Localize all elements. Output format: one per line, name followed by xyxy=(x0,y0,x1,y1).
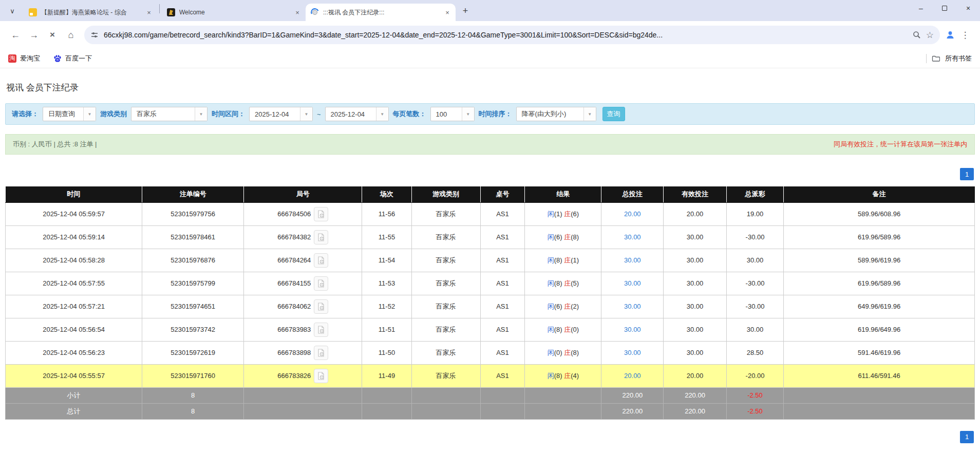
bookmark-baidu[interactable]: du 百度一下 xyxy=(53,54,92,63)
tab-bet-record[interactable]: :::视讯 会员下注纪录::: × xyxy=(306,4,456,21)
table-row: 2025-12-04 05:57:55523015975799666784155… xyxy=(6,272,975,295)
column-header-9: 总派彩 xyxy=(726,186,783,202)
page-number-button-top[interactable]: 1 xyxy=(960,168,974,180)
window-controls: – × xyxy=(909,0,980,16)
result-rb: 庄 xyxy=(564,210,571,218)
forward-button[interactable]: → xyxy=(26,27,42,43)
totals-count: 8 xyxy=(142,387,244,403)
cell-session: 11-53 xyxy=(362,272,411,295)
currency-summary: 币别 : 人民币 | 总共 :8 注单 | xyxy=(13,140,97,149)
address-bar[interactable]: 66cxkj98.com/game/betrecord_search/kind3… xyxy=(84,26,940,44)
zoom-icon[interactable] xyxy=(913,31,921,39)
column-header-5: 桌号 xyxy=(480,186,525,202)
tab-close-icon[interactable]: × xyxy=(443,8,451,16)
cell-time: 2025-12-04 05:59:14 xyxy=(6,225,142,249)
welcome-favicon-icon xyxy=(167,8,175,16)
table-row: 2025-12-04 05:56:54523015973742666783983… xyxy=(6,318,975,341)
date-start-select[interactable]: 2025-12-04 ▼ xyxy=(249,107,313,121)
result-rp: 闲 xyxy=(548,303,554,310)
tab-forum[interactable]: 【新提醒】海燕策略论坛 - 综合 × xyxy=(24,4,157,21)
back-button[interactable]: ← xyxy=(7,27,24,43)
tab-close-icon[interactable]: × xyxy=(293,8,301,16)
bookmark-label: 百度一下 xyxy=(65,54,92,63)
browser-toolbar: ← → × ⌂ 66cxkj98.com/game/betrecord_sear… xyxy=(0,21,980,49)
video-replay-icon[interactable] xyxy=(314,276,328,291)
totals-row: 总计8220.00220.00-2.50 xyxy=(6,403,975,419)
sort-label: 时间排序： xyxy=(479,109,512,119)
browser-menu-icon[interactable]: ⋮ xyxy=(957,27,973,43)
cell-game: 百家乐 xyxy=(411,364,480,387)
result-rp: 闲 xyxy=(548,256,554,264)
cell-payout: -30.00 xyxy=(726,225,783,249)
chevron-down-icon: ▼ xyxy=(83,107,96,121)
video-replay-icon[interactable] xyxy=(314,299,328,314)
cell-payout: -20.00 xyxy=(726,364,783,387)
cell-session: 11-49 xyxy=(362,364,411,387)
cell-time: 2025-12-04 05:58:28 xyxy=(6,249,142,272)
chevron-down-icon: ▼ xyxy=(195,107,207,121)
cell-round: 666784062 xyxy=(244,295,362,318)
game-kind-select[interactable]: 百家乐 ▼ xyxy=(131,107,208,121)
cell-round: 666784264 xyxy=(244,249,362,272)
bet-record-table: 时间注单编号局号场次游戏类别桌号结果总投注有效投注总派彩备注 2025-12-0… xyxy=(5,186,975,420)
new-tab-button[interactable]: + xyxy=(459,4,472,17)
url-text[interactable]: 66cxkj98.com/game/betrecord_search/kind3… xyxy=(104,31,908,39)
query-type-select[interactable]: 日期查询 ▼ xyxy=(43,107,96,121)
total-bet-link[interactable]: 30.00 xyxy=(624,326,641,333)
video-replay-icon[interactable] xyxy=(314,253,328,268)
table-row: 2025-12-04 05:59:57523015979756666784506… xyxy=(6,202,975,225)
bookmark-aitaobao[interactable]: 淘 爱淘宝 xyxy=(8,54,40,63)
cell-session: 11-54 xyxy=(362,249,411,272)
total-bet-link[interactable]: 30.00 xyxy=(624,279,641,287)
result-rb: 庄 xyxy=(564,279,571,287)
cell-bet-id: 523015976876 xyxy=(142,249,244,272)
total-bet-link[interactable]: 20.00 xyxy=(624,210,641,218)
video-replay-icon[interactable] xyxy=(314,369,328,383)
video-replay-icon[interactable] xyxy=(314,323,328,337)
cell-time: 2025-12-04 05:59:57 xyxy=(6,202,142,225)
date-range-label: 时间区间： xyxy=(212,109,245,119)
bookmark-star-icon[interactable]: ☆ xyxy=(926,30,934,41)
sort-select[interactable]: 降幂(由大到小) ▼ xyxy=(516,107,596,121)
cell-session: 11-56 xyxy=(362,202,411,225)
cell-payout: 30.00 xyxy=(726,318,783,341)
chevron-down-icon: ▼ xyxy=(583,107,596,121)
result-rp: 闲 xyxy=(548,326,554,333)
all-bookmarks-button[interactable]: 所有书签 xyxy=(945,54,972,63)
home-button[interactable]: ⌂ xyxy=(63,27,79,43)
cell-game: 百家乐 xyxy=(411,272,480,295)
tab-search-button[interactable]: ∨ xyxy=(5,4,20,18)
cell-table-no: AS1 xyxy=(480,272,525,295)
table-header-row: 时间注单编号局号场次游戏类别桌号结果总投注有效投注总派彩备注 xyxy=(6,186,975,202)
tab-welcome[interactable]: Welcome × xyxy=(162,4,306,21)
video-replay-icon[interactable] xyxy=(314,346,328,360)
cell-round: 666783826 xyxy=(244,364,362,387)
result-rp: 闲 xyxy=(548,279,554,287)
date-end-select[interactable]: 2025-12-04 ▼ xyxy=(325,107,389,121)
cell-note: 619.96/589.96 xyxy=(784,225,975,249)
total-bet-link[interactable]: 30.00 xyxy=(624,256,641,264)
search-button[interactable]: 查询 xyxy=(602,107,625,121)
cell-time: 2025-12-04 05:57:21 xyxy=(6,295,142,318)
result-rb: 庄 xyxy=(564,349,571,356)
total-bet-link[interactable]: 30.00 xyxy=(624,349,641,356)
totals-count: 8 xyxy=(142,403,244,419)
per-page-select[interactable]: 100 ▼ xyxy=(430,107,475,121)
tab-close-icon[interactable]: × xyxy=(145,8,153,16)
page-number-button-bottom[interactable]: 1 xyxy=(960,431,974,443)
total-bet-link[interactable]: 30.00 xyxy=(624,303,641,310)
total-bet-link[interactable]: 30.00 xyxy=(624,233,641,241)
maximize-button[interactable] xyxy=(933,0,956,16)
stop-loading-button[interactable]: × xyxy=(44,27,61,43)
cell-round: 666784506 xyxy=(244,202,362,225)
video-replay-icon[interactable] xyxy=(314,230,328,244)
cell-table-no: AS1 xyxy=(480,225,525,249)
site-settings-icon[interactable] xyxy=(90,31,99,39)
total-bet-link[interactable]: 20.00 xyxy=(624,372,641,380)
profile-avatar[interactable] xyxy=(945,30,955,40)
video-replay-icon[interactable] xyxy=(314,207,328,221)
result-rp: 闲 xyxy=(548,372,554,380)
close-button[interactable]: × xyxy=(956,0,980,16)
table-row: 2025-12-04 05:57:21523015974651666784062… xyxy=(6,295,975,318)
minimize-button[interactable]: – xyxy=(909,0,933,16)
